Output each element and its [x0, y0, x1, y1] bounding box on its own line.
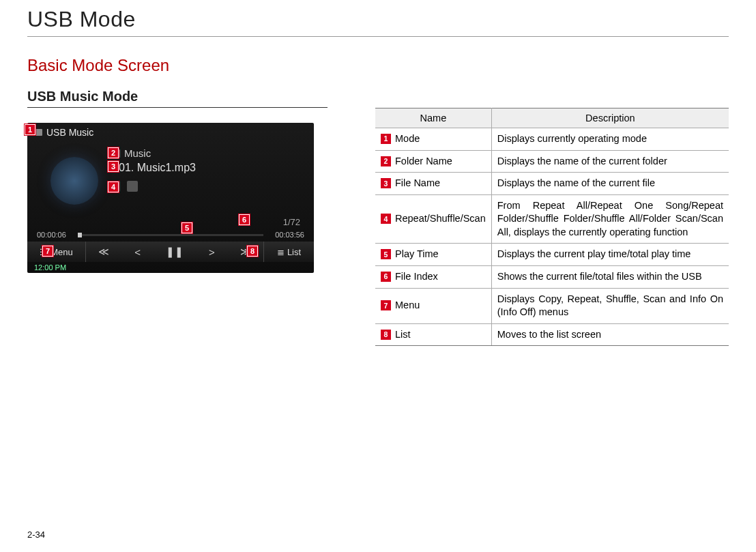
sub-heading: USB Music Mode	[27, 89, 328, 108]
right-column: Name Description 1ModeDisplays currently…	[375, 89, 729, 346]
list-label: List	[287, 247, 301, 257]
name-cell: 8List	[375, 323, 491, 346]
prev-button[interactable]: <	[134, 246, 141, 258]
table-row: 8ListMoves to the list screen	[375, 323, 729, 346]
row-number-badge: 1	[381, 134, 391, 144]
next-button[interactable]: >	[209, 246, 215, 258]
transport-controls: ≪ < ❚❚ > ≫	[86, 246, 263, 258]
row-name-text: Play Time	[395, 248, 439, 261]
mode-icons-row	[109, 181, 196, 192]
callout-1: 1	[25, 124, 35, 135]
row-number-badge: 5	[381, 249, 391, 259]
table-row: 2Folder NameDisplays the name of the cur…	[375, 150, 729, 173]
callout-6: 6	[239, 214, 250, 225]
page-title: USB Mode	[27, 7, 729, 36]
track-info: Music ♪ 01. Music1.mp3	[109, 147, 196, 192]
row-name-text: List	[395, 328, 411, 342]
list-icon: ≣	[277, 247, 285, 257]
callout-3: 3	[108, 161, 119, 172]
list-button[interactable]: ≣ List	[263, 242, 314, 262]
mode-indicator: USB Music	[33, 127, 93, 138]
device-screenshot: USB Music Music ♪ 01. Music1.mp3	[27, 123, 314, 273]
callout-2: 2	[108, 147, 119, 158]
desc-cell: Displays currently operating mode	[491, 128, 729, 151]
screenshot-wrap: USB Music Music ♪ 01. Music1.mp3	[27, 123, 314, 273]
row-number-badge: 3	[381, 178, 391, 188]
desc-cell: Shows the current file/total files withi…	[491, 265, 729, 288]
row-number-badge: 6	[381, 272, 391, 282]
mode-label: USB Music	[46, 127, 93, 138]
name-cell: 1Mode	[375, 128, 491, 151]
name-cell: 4Repeat/Shuffle/Scan	[375, 194, 491, 244]
row-number-badge: 2	[381, 156, 391, 166]
desc-cell: Displays the name of the current file	[491, 173, 729, 195]
row-name-text: Menu	[395, 299, 420, 313]
callout-5: 5	[181, 222, 192, 233]
callout-8: 8	[247, 246, 258, 257]
desc-cell: Displays the name of the current folder	[491, 150, 729, 173]
table-row: 1ModeDisplays currently operating mode	[375, 128, 729, 151]
desc-cell: From Repeat All/Repeat One Song/Repeat F…	[491, 194, 729, 244]
desc-cell: Displays the current play time/total pla…	[491, 244, 729, 266]
row-name-text: File Index	[395, 270, 438, 284]
name-cell: 7Menu	[375, 288, 491, 323]
row-name-text: Repeat/Shuffle/Scan	[395, 212, 486, 226]
shuffle-icon	[127, 181, 138, 192]
header-name: Name	[375, 108, 491, 128]
prev-folder-button[interactable]: ≪	[98, 246, 109, 258]
name-cell: 5Play Time	[375, 244, 491, 266]
table-row: 7MenuDisplays Copy, Repeat, Shuffle, Sca…	[375, 288, 729, 323]
time-current: 00:00:06	[37, 231, 78, 239]
menu-button[interactable]: ☰ Menu	[27, 242, 86, 262]
row-name-text: Mode	[395, 132, 420, 146]
callout-7: 7	[42, 246, 53, 257]
table-row: 4Repeat/Shuffle/ScanFrom Repeat All/Repe…	[375, 194, 729, 244]
row-name-text: File Name	[395, 177, 440, 190]
page-number: 2-34	[27, 529, 45, 540]
progress-track	[78, 234, 263, 236]
pause-button[interactable]: ❚❚	[166, 246, 184, 258]
row-number-badge: 8	[381, 330, 391, 340]
description-table: Name Description 1ModeDisplays currently…	[375, 108, 729, 346]
desc-cell: Displays Copy, Repeat, Shuffle, Scan and…	[491, 288, 729, 323]
section-heading: Basic Mode Screen	[27, 56, 729, 75]
clock: 12:00 PM	[34, 263, 66, 272]
table-row: 3File NameDisplays the name of the curre…	[375, 173, 729, 195]
row-name-text: Folder Name	[395, 155, 452, 169]
title-rule	[27, 36, 729, 37]
folder-name: Music	[124, 147, 151, 159]
row-number-badge: 7	[381, 300, 391, 310]
name-cell: 6File Index	[375, 265, 491, 288]
header-desc: Description	[491, 108, 729, 128]
file-index: 1/72	[283, 217, 300, 227]
table-row: 6File IndexShows the current file/total …	[375, 265, 729, 288]
callout-4: 4	[108, 181, 119, 192]
left-column: USB Music Mode USB Music Music ♪ 01. Mus…	[27, 89, 328, 273]
file-name: 01. Music1.mp3	[119, 162, 196, 174]
progress-bar: 00:00:06 00:03:56	[37, 231, 304, 239]
menu-label: Menu	[50, 247, 73, 257]
name-cell: 2Folder Name	[375, 150, 491, 173]
table-row: 5Play TimeDisplays the current play time…	[375, 244, 729, 266]
table-header-row: Name Description	[375, 108, 729, 128]
brand-logo	[50, 157, 98, 205]
time-total: 00:03:56	[263, 231, 304, 239]
name-cell: 3File Name	[375, 173, 491, 195]
content-row: USB Music Mode USB Music Music ♪ 01. Mus…	[27, 89, 729, 346]
bottom-bar: ☰ Menu ≪ < ❚❚ > ≫ ≣ List	[27, 242, 314, 262]
desc-cell: Moves to the list screen	[491, 323, 729, 346]
row-number-badge: 4	[381, 214, 391, 224]
